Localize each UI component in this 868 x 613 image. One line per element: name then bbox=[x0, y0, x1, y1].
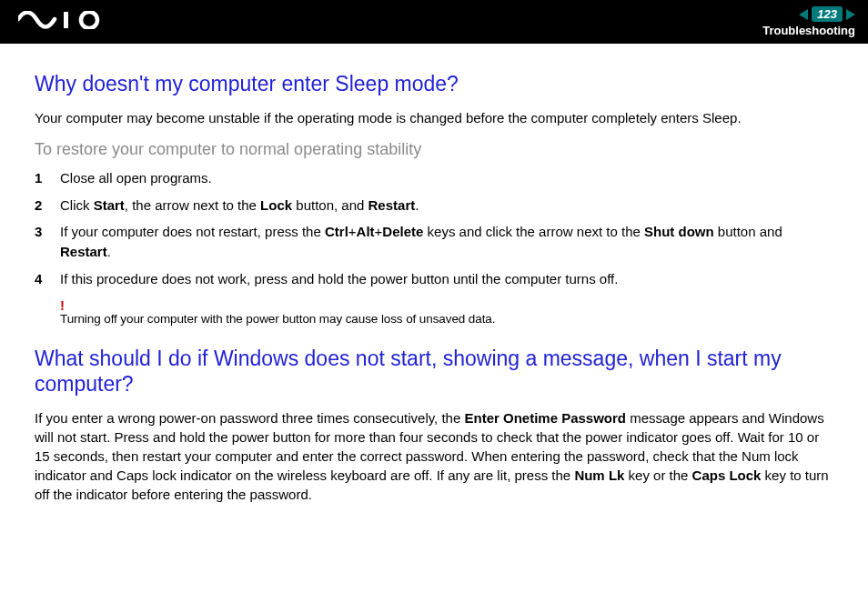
header-right: 123 Troubleshooting bbox=[762, 6, 855, 37]
text: button and bbox=[714, 224, 782, 239]
text: If your computer does not restart, press… bbox=[60, 224, 325, 239]
text: button, and bbox=[292, 197, 368, 213]
step-4: If this procedure does not work, press a… bbox=[35, 269, 833, 289]
next-page-arrow-icon[interactable] bbox=[846, 9, 855, 20]
vaio-logo-svg bbox=[18, 11, 106, 29]
bold: Num Lk bbox=[574, 467, 624, 483]
page-number: 123 bbox=[812, 6, 843, 22]
bold: Restart bbox=[368, 197, 416, 213]
bold: Start bbox=[94, 197, 125, 213]
text: + bbox=[348, 224, 357, 239]
step-1: Close all open programs. bbox=[35, 168, 833, 188]
header-bar: 123 Troubleshooting bbox=[0, 0, 868, 44]
text: Click bbox=[60, 197, 94, 213]
bold: Alt bbox=[357, 224, 375, 239]
text: . bbox=[107, 244, 111, 259]
q1-intro: Your computer may become unstable if the… bbox=[35, 108, 833, 127]
text: key or the bbox=[624, 467, 691, 483]
bold: Caps Lock bbox=[692, 467, 762, 483]
step-2: Click Start, the arrow next to the Lock … bbox=[35, 196, 833, 216]
note-text: Turning off your computer with the power… bbox=[60, 312, 833, 326]
question-1-heading: Why doesn't my computer enter Sleep mode… bbox=[35, 71, 833, 97]
q1-steps: Close all open programs. Click Start, th… bbox=[35, 168, 833, 289]
svg-point-1 bbox=[81, 12, 97, 28]
page-nav: 123 bbox=[799, 6, 855, 22]
svg-rect-0 bbox=[64, 12, 68, 28]
bold: Ctrl bbox=[325, 224, 348, 239]
text: , the arrow next to the bbox=[125, 197, 260, 213]
bold: Restart bbox=[60, 244, 107, 259]
bold: Lock bbox=[260, 197, 292, 213]
caution-note: ! Turning off your computer with the pow… bbox=[35, 298, 833, 326]
bold: Delete bbox=[382, 224, 423, 239]
q1-subhead: To restore your computer to normal opera… bbox=[35, 140, 833, 159]
text: keys and click the arrow next to the bbox=[423, 224, 644, 239]
text: . bbox=[415, 197, 419, 213]
step-3: If your computer does not restart, press… bbox=[35, 222, 833, 262]
text: If you enter a wrong power-on password t… bbox=[35, 410, 464, 426]
vaio-logo bbox=[18, 11, 106, 33]
question-2-heading: What should I do if Windows does not sta… bbox=[35, 346, 833, 398]
section-title: Troubleshooting bbox=[762, 24, 855, 37]
bold: Enter Onetime Password bbox=[464, 410, 626, 426]
page-content: Why doesn't my computer enter Sleep mode… bbox=[0, 44, 868, 504]
prev-page-arrow-icon[interactable] bbox=[799, 9, 808, 20]
warning-icon: ! bbox=[60, 298, 833, 312]
bold: Shut down bbox=[644, 224, 714, 239]
q2-paragraph: If you enter a wrong power-on password t… bbox=[35, 408, 833, 504]
